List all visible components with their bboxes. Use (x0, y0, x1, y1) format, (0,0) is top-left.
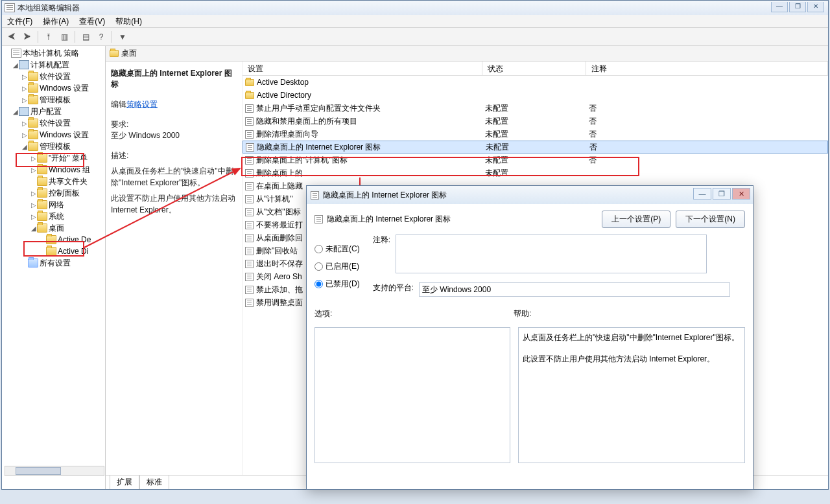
policy-item-icon (245, 208, 254, 216)
config-radio-group: 未配置(C) 已启用(E) 已禁用(D) (314, 244, 360, 297)
row-state: 未配置 (483, 142, 587, 153)
tree-scrollbar-h[interactable] (5, 466, 104, 476)
row-state: 未配置 (482, 155, 586, 166)
list-header: 设置 状态 注释 (243, 62, 828, 76)
minimize-button[interactable]: — (771, 2, 788, 12)
row-name: 禁用调整桌面 (256, 297, 303, 308)
tree-item[interactable]: Active De (2, 234, 105, 246)
policy-item-icon (245, 286, 254, 294)
tree-item[interactable]: ▷管理模板 (2, 94, 105, 106)
tree-item[interactable]: ▷Windows 组 (2, 164, 105, 176)
row-name: 删除"回收站 (256, 246, 298, 257)
col-setting[interactable]: 设置 (243, 62, 482, 75)
dialog-maximize-button[interactable]: ❐ (713, 188, 731, 200)
row-note: 否 (587, 142, 827, 153)
close-button[interactable]: ✕ (807, 2, 824, 12)
tree-item[interactable]: 共享文件夹 (2, 176, 105, 187)
desc-p1: 从桌面及任务栏上的"快速启动"中删除"Internet Explorer"图标。 (111, 165, 237, 189)
row-state: 未配置 (482, 103, 586, 114)
radio-enabled[interactable]: 已启用(E) (314, 261, 360, 272)
policy-item-icon (245, 221, 254, 229)
filter-button[interactable]: ▼ (115, 30, 130, 44)
policy-item-icon (245, 156, 254, 165)
maximize-button[interactable]: ❐ (789, 2, 806, 12)
tab-extended[interactable]: 扩展 (110, 475, 139, 489)
tree-desktop[interactable]: ◢桌面 (2, 222, 105, 234)
tree-user-config[interactable]: ◢用户配置 (2, 106, 105, 117)
list-row[interactable]: 隐藏桌面上的 Internet Explorer 图标未配置否 (243, 141, 828, 154)
back-button[interactable]: ⮜ (5, 30, 19, 44)
row-name: 从"文档"图标 (256, 207, 301, 218)
row-name: Active Directory (257, 91, 311, 100)
tree-root[interactable]: 本地计算机 策略 (2, 47, 105, 59)
row-name: 隐藏和禁用桌面上的所有项目 (256, 116, 357, 127)
policy-item-icon (245, 169, 254, 178)
options-label: 选项: (314, 308, 332, 319)
list-row[interactable]: 隐藏和禁用桌面上的所有项目未配置否 (243, 115, 828, 128)
tree-item[interactable]: Active Di (2, 246, 105, 257)
help-box: 从桌面及任务栏上的"快速启动"中删除"Internet Explorer"图标。… (518, 327, 745, 463)
tree-item[interactable]: ▷"开始" 菜单 (2, 152, 105, 164)
tree-all-settings[interactable]: 所有设置 (2, 257, 105, 269)
row-state: 未配置 (482, 116, 586, 127)
menu-help[interactable]: 帮助(H) (110, 15, 147, 27)
policy-item-icon (245, 195, 254, 203)
menu-view[interactable]: 查看(V) (74, 15, 110, 27)
row-state: 未配置 (482, 129, 586, 140)
separator (112, 31, 112, 43)
radio-disabled[interactable]: 已禁用(D) (314, 279, 360, 290)
dialog-close-button[interactable]: ✕ (732, 188, 750, 200)
tree-item[interactable]: ▷系统 (2, 211, 105, 222)
tree-item[interactable]: ▷软件设置 (2, 117, 105, 129)
row-name: Active Desktop (257, 78, 309, 87)
support-text: 至少 Windows 2000 (419, 282, 730, 297)
tree-admin-templates[interactable]: ◢管理模板 (2, 141, 105, 152)
folder-icon (110, 50, 119, 57)
help-button[interactable]: ? (94, 30, 108, 44)
list-row[interactable]: Active Desktop (243, 76, 828, 89)
tree-item[interactable]: ▷Windows 设置 (2, 129, 105, 141)
list-row[interactable]: 删除清理桌面向导未配置否 (243, 128, 828, 141)
info-panel: 隐藏桌面上的 Internet Explorer 图标 编辑策略设置 要求: 至… (106, 62, 242, 475)
show-hide-button[interactable]: ▥ (57, 30, 71, 44)
row-name: 在桌面上隐藏 (256, 181, 303, 192)
properties-button[interactable]: ▤ (78, 30, 93, 44)
tree-item[interactable]: ▷软件设置 (2, 71, 105, 82)
toolbar: ⮜ ⮞ ⭱ ▥ ▤ ? ▼ (2, 28, 828, 46)
up-button[interactable]: ⭱ (42, 30, 56, 44)
scrollbar-thumb[interactable] (16, 467, 61, 475)
prev-setting-button[interactable]: 上一个设置(P) (602, 211, 670, 228)
edit-prefix: 编辑 (111, 100, 126, 109)
menu-file[interactable]: 文件(F) (2, 15, 38, 27)
separator (38, 31, 38, 43)
list-row[interactable]: Active Directory (243, 89, 828, 102)
notes-textarea[interactable] (396, 235, 707, 273)
list-row[interactable]: 禁止用户手动重定向配置文件文件夹未配置否 (243, 102, 828, 115)
menu-action[interactable]: 操作(A) (38, 15, 74, 27)
policy-item-icon (245, 104, 254, 113)
policy-icon (314, 215, 323, 223)
list-row[interactable]: 删除桌面上的"计算机"图标未配置否 (243, 154, 828, 166)
path-header: 桌面 (106, 46, 828, 62)
row-name: 退出时不保存 (256, 258, 303, 269)
policy-item-icon (245, 273, 254, 281)
dialog-titlebar[interactable]: 隐藏桌面上的 Internet Explorer 图标 — ❐ ✕ (307, 186, 753, 204)
tree-computer-config[interactable]: ◢计算机配置 (2, 59, 105, 71)
col-note[interactable]: 注释 (586, 62, 828, 75)
tab-standard[interactable]: 标准 (139, 475, 169, 489)
policy-item-icon (245, 117, 254, 126)
forward-button[interactable]: ⮞ (20, 30, 34, 44)
radio-not-configured[interactable]: 未配置(C) (314, 244, 360, 255)
dialog-minimize-button[interactable]: — (693, 188, 711, 200)
tree-item[interactable]: ▷Windows 设置 (2, 82, 105, 94)
next-setting-button[interactable]: 下一个设置(N) (676, 211, 745, 228)
tree-item[interactable]: ▷网络 (2, 199, 105, 211)
col-state[interactable]: 状态 (482, 62, 586, 75)
edit-policy-link[interactable]: 策略设置 (126, 100, 158, 109)
folder-icon (245, 79, 254, 86)
tree-pane[interactable]: 本地计算机 策略 ◢计算机配置 ▷软件设置 ▷Windows 设置 ▷管理模板 … (2, 46, 106, 489)
policy-item-icon (245, 130, 254, 139)
row-name: 禁止用户手动重定向配置文件文件夹 (256, 103, 381, 114)
tree-item[interactable]: ▷控制面板 (2, 187, 105, 199)
list-row[interactable]: 删除桌面上的未配置 (243, 166, 828, 179)
